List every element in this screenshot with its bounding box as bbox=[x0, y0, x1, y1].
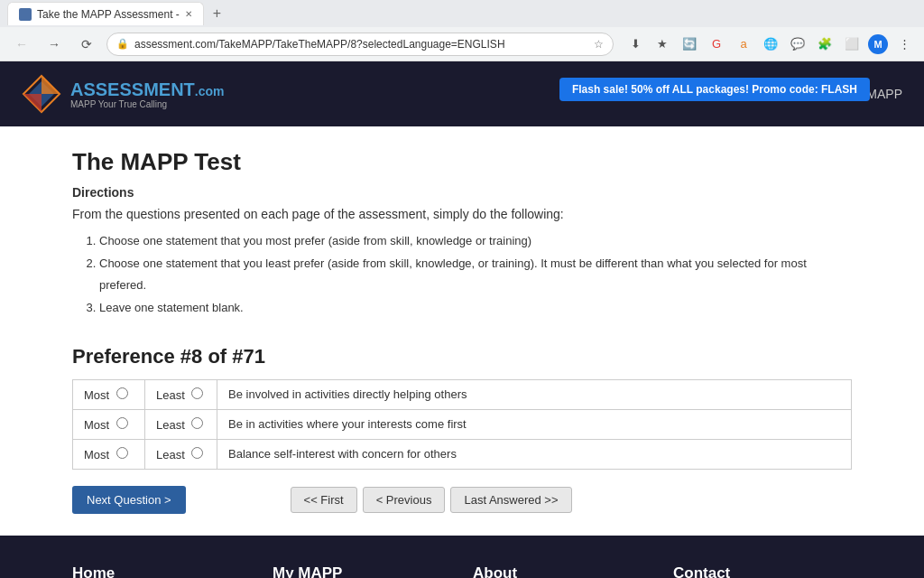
preference-title: Preference #8 of #71 bbox=[72, 345, 852, 368]
window-icon[interactable]: ⬜ bbox=[841, 33, 863, 55]
logo-name: ASSESSMENT.com bbox=[70, 79, 225, 99]
direction-2: Choose one statement that you least pref… bbox=[99, 253, 852, 297]
svg-marker-3 bbox=[23, 94, 42, 112]
forward-button[interactable]: → bbox=[42, 32, 67, 57]
logo-assessment: ASSESSMENT bbox=[70, 79, 195, 99]
puzzle-icon[interactable]: 🧩 bbox=[814, 33, 836, 55]
tab-favicon bbox=[19, 8, 32, 21]
url-text: assessment.com/TakeMAPP/TakeTheMAPP/8?se… bbox=[134, 38, 588, 51]
statement-2: Be in activities where your interests co… bbox=[217, 409, 852, 439]
downloads-icon[interactable]: ⬇ bbox=[624, 33, 646, 55]
footer-contact-title: Contact bbox=[673, 564, 852, 578]
logo-area: ASSESSMENT.com MAPP Your True Calling bbox=[22, 74, 225, 114]
direction-3: Leave one statement blank. bbox=[99, 297, 852, 320]
least-cell-3: Least bbox=[145, 439, 217, 469]
last-answered-button[interactable]: Last Answered >> bbox=[450, 487, 571, 513]
svg-marker-2 bbox=[42, 76, 60, 94]
reload-button[interactable]: ⟳ bbox=[74, 32, 99, 57]
extension4-icon[interactable]: 💬 bbox=[787, 33, 808, 55]
table-row: Most Least Be involved in activities dir… bbox=[73, 379, 852, 409]
least-label-1: Least bbox=[156, 388, 188, 402]
site-footer: Home Home My MAPP Your Results Your Acco… bbox=[0, 536, 924, 578]
star-icon: ☆ bbox=[594, 38, 604, 51]
footer-home-title: Home bbox=[72, 564, 251, 578]
next-question-button[interactable]: Next Question > bbox=[72, 486, 186, 514]
back-button[interactable]: ← bbox=[9, 32, 34, 57]
address-bar[interactable]: 🔒 assessment.com/TakeMAPP/TakeTheMAPP/8?… bbox=[106, 33, 614, 56]
least-label-3: Least bbox=[156, 448, 188, 461]
flash-sale-banner: Flash sale! 50% off ALL packages! Promo … bbox=[559, 78, 870, 101]
logo-com: .com bbox=[195, 84, 225, 98]
logo-text: ASSESSMENT.com MAPP Your True Calling bbox=[70, 79, 225, 109]
directions-label: Directions bbox=[72, 185, 852, 200]
least-label-2: Least bbox=[156, 418, 188, 432]
refresh-icon[interactable]: 🔄 bbox=[679, 33, 700, 55]
footer-about-title: About bbox=[473, 564, 651, 578]
browser-icons: ⬇ ★ 🔄 G a 🌐 💬 🧩 ⬜ M ⋮ bbox=[624, 33, 915, 55]
directions-intro: From the questions presented on each pag… bbox=[72, 207, 852, 221]
browser-tabs: Take the MAPP Assessment - ✕ + bbox=[0, 0, 924, 27]
extension3-icon[interactable]: 🌐 bbox=[760, 33, 781, 55]
page-title: The MAPP Test bbox=[72, 148, 852, 176]
main-content: The MAPP Test Directions From the questi… bbox=[0, 126, 924, 536]
extension-icon[interactable]: G bbox=[706, 33, 727, 55]
most-radio-1[interactable] bbox=[116, 387, 128, 399]
statement-1: Be involved in activities directly helpi… bbox=[217, 379, 852, 409]
preference-table: Most Least Be involved in activities dir… bbox=[72, 379, 852, 470]
footer-col-contact: Contact Assessment.com Email: info@asses… bbox=[673, 564, 852, 578]
footer-col-about: About About MAPP History Affiliates Tell… bbox=[473, 564, 651, 578]
least-radio-2[interactable] bbox=[191, 417, 203, 429]
least-radio-3[interactable] bbox=[191, 447, 203, 459]
tab-close-button[interactable]: ✕ bbox=[185, 9, 192, 19]
table-row: Most Least Balance self-interest with co… bbox=[73, 439, 852, 469]
browser-nav: ← → ⟳ 🔒 assessment.com/TakeMAPP/TakeTheM… bbox=[0, 27, 924, 61]
most-label-3: Most bbox=[84, 448, 113, 461]
footer-mymapp-title: My MAPP bbox=[273, 564, 451, 578]
table-row: Most Least Be in activities where your i… bbox=[73, 409, 852, 439]
most-cell-1: Most bbox=[73, 379, 145, 409]
directions-list: Choose one statement that you most prefe… bbox=[99, 230, 852, 320]
footer-col-mymapp: My MAPP Your Results Your Account Log Of… bbox=[273, 564, 451, 578]
footer-col-home: Home Home bbox=[72, 564, 251, 578]
least-radio-1[interactable] bbox=[191, 387, 203, 399]
logo-tagline: MAPP Your True Calling bbox=[70, 99, 225, 109]
bookmark-icon[interactable]: ★ bbox=[651, 33, 673, 55]
most-label-2: Most bbox=[84, 418, 113, 432]
previous-button[interactable]: < Previous bbox=[363, 487, 446, 513]
first-button[interactable]: << First bbox=[291, 487, 357, 513]
flash-sale-text: Flash sale! 50% off ALL packages! Promo … bbox=[572, 83, 857, 96]
profile-button[interactable]: M bbox=[868, 34, 888, 54]
direction-1: Choose one statement that you most prefe… bbox=[99, 230, 852, 253]
most-cell-3: Most bbox=[73, 439, 145, 469]
action-buttons: Next Question > << First < Previous Last… bbox=[72, 486, 852, 514]
most-label-1: Most bbox=[84, 388, 113, 402]
most-cell-2: Most bbox=[73, 409, 145, 439]
most-radio-3[interactable] bbox=[116, 447, 128, 459]
tab-title: Take the MAPP Assessment - bbox=[37, 8, 180, 21]
new-tab-button[interactable]: + bbox=[208, 4, 226, 23]
statement-3: Balance self-interest with concern for o… bbox=[217, 439, 852, 469]
least-cell-2: Least bbox=[145, 409, 217, 439]
extension2-icon[interactable]: a bbox=[733, 33, 754, 55]
most-radio-2[interactable] bbox=[116, 417, 128, 429]
lock-icon: 🔒 bbox=[116, 38, 129, 50]
menu-icon[interactable]: ⋮ bbox=[893, 33, 915, 55]
active-tab[interactable]: Take the MAPP Assessment - ✕ bbox=[7, 2, 204, 25]
least-cell-1: Least bbox=[145, 379, 217, 409]
logo-icon bbox=[22, 74, 61, 114]
